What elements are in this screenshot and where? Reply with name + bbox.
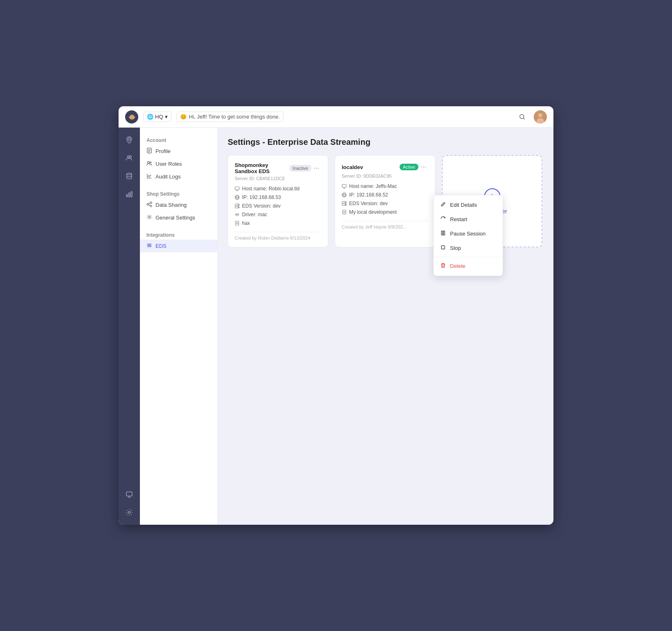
team-icon[interactable]	[122, 151, 137, 165]
trash-icon	[440, 263, 446, 270]
pause-icon	[440, 230, 446, 237]
context-menu-stop[interactable]: Stop	[434, 241, 503, 255]
context-menu-delete[interactable]: Delete	[434, 259, 503, 273]
card-detail-text-1-1: IP: 192.168.68.52	[349, 192, 388, 198]
svg-point-23	[150, 202, 152, 203]
svg-point-7	[130, 156, 132, 158]
chart-icon[interactable]	[122, 187, 137, 201]
svg-point-53	[345, 204, 346, 205]
svg-point-39	[238, 204, 239, 205]
svg-point-27	[149, 216, 150, 218]
context-menu-edit-details[interactable]: Edit Details	[434, 198, 503, 212]
page-title: Settings - Enterprise Data Streaming	[228, 137, 544, 147]
monitor-detail-icon-1	[342, 184, 347, 190]
svg-point-8	[127, 173, 132, 175]
svg-rect-59	[441, 246, 445, 249]
card-title-1: localdev	[342, 164, 397, 170]
server-card-1: localdev Active ··· Server ID: 9DDE02AC9…	[335, 155, 435, 247]
card-detail-text-0-4: hax	[242, 220, 250, 226]
account-section-title: Account	[140, 134, 217, 145]
general-settings-icon	[146, 214, 152, 221]
greeting-bar: 😊 Hi, Jeff! Time to get some things done…	[176, 112, 284, 122]
sidebar-label-general-settings: General Settings	[155, 215, 195, 221]
context-menu-restart-label: Restart	[450, 216, 467, 222]
svg-point-52	[345, 202, 346, 203]
icon-sidebar-bottom	[122, 487, 137, 520]
server-detail-icon-1	[342, 201, 347, 207]
svg-rect-10	[129, 193, 130, 197]
icon-sidebar	[119, 128, 140, 525]
chevron-down-icon: ▾	[165, 114, 168, 120]
driver-icon	[235, 212, 240, 218]
location-icon[interactable]	[122, 133, 137, 147]
shop-section-title: Shop Settings	[140, 188, 217, 199]
svg-point-21	[150, 162, 151, 163]
content-area: Settings - Enterprise Data Streaming Sho…	[218, 128, 553, 525]
card-footer-0: Created by Robin Diddams 8/13/2024	[235, 232, 321, 240]
sidebar-item-data-sharing[interactable]: Data Sharing	[140, 199, 217, 211]
context-menu-pause-session[interactable]: Pause Session	[434, 226, 503, 241]
database-icon[interactable]	[122, 169, 137, 183]
card-footer-1: Created by Jeff Hayrie 9/9/202...	[342, 221, 428, 229]
card-detail-text-1-3: My local development	[349, 209, 397, 215]
card-detail-0-1: IP: 192.168.68.53	[235, 194, 321, 201]
card-menu-btn-0[interactable]: ···	[311, 163, 321, 173]
card-detail-text-0-1: IP: 192.168.68.53	[242, 194, 281, 200]
card-detail-text-0-2: EDS Version: dev	[242, 203, 281, 209]
status-badge-0: Inactive	[289, 165, 311, 171]
sidebar-label-profile: Profile	[155, 148, 171, 154]
context-menu-restart[interactable]: Restart	[434, 212, 503, 226]
svg-point-3	[538, 113, 542, 117]
doc-icon-1	[342, 210, 347, 216]
card-detail-1-2: EDS Version: dev	[342, 201, 428, 207]
server-card-0: Shopmonkey Sandbox EDS Inactive ··· Serv…	[228, 155, 328, 247]
sidebar-label-data-sharing: Data Sharing	[155, 202, 187, 208]
eds-icon	[146, 242, 152, 249]
monitor-icon[interactable]	[122, 487, 137, 502]
card-detail-0-3: Driver: mac	[235, 212, 321, 218]
context-menu-delete-label: Delete	[450, 263, 466, 269]
context-menu: Edit Details Restart	[433, 195, 503, 276]
svg-point-15	[128, 512, 130, 514]
card-detail-text-1-0: Host name: Jeffs-Mac	[349, 183, 397, 189]
sidebar-label-user-roles: User Roles	[155, 161, 182, 167]
main-layout: Account Profile	[119, 128, 553, 525]
sidebar-item-audit-logs[interactable]: Audit Logs	[140, 170, 217, 183]
status-badge-1: Active	[400, 164, 418, 170]
app-window: 🐵 🌐 HQ ▾ 😊 Hi, Jeff! Time to get some th…	[119, 106, 553, 525]
profile-icon	[146, 148, 152, 155]
context-menu-divider	[434, 257, 503, 257]
search-button[interactable]	[516, 110, 529, 123]
sidebar-item-user-roles[interactable]: User Roles	[140, 158, 217, 170]
sidebar-label-eds: EDS	[155, 243, 167, 249]
svg-rect-44	[342, 185, 346, 187]
settings-gear-icon[interactable]	[122, 505, 137, 520]
svg-rect-54	[343, 210, 346, 214]
svg-rect-58	[443, 231, 445, 235]
card-server-id-0: Server ID: CB45E11DCE	[235, 176, 321, 181]
globe-detail-icon	[235, 195, 240, 201]
svg-point-20	[148, 162, 150, 164]
svg-rect-31	[235, 187, 239, 190]
svg-rect-12	[126, 492, 132, 496]
card-title-0: Shopmonkey Sandbox EDS	[235, 162, 287, 174]
sidebar-item-general-settings[interactable]: General Settings	[140, 211, 217, 224]
sidebar-item-eds[interactable]: EDS	[140, 240, 217, 252]
globe-detail-icon-1	[342, 192, 347, 199]
card-detail-1-1: IP: 192.168.68.52	[342, 192, 428, 199]
top-bar: 🐵 🌐 HQ ▾ 😊 Hi, Jeff! Time to get some th…	[119, 106, 553, 128]
user-avatar[interactable]	[534, 110, 547, 123]
globe-icon: 🌐	[147, 114, 153, 120]
svg-point-24	[150, 205, 152, 207]
edit-icon	[440, 201, 446, 208]
card-header-0: Shopmonkey Sandbox EDS Inactive ···	[235, 162, 321, 174]
card-menu-btn-1[interactable]: ···	[418, 162, 428, 172]
nav-sidebar: Account Profile	[140, 128, 218, 525]
svg-rect-9	[126, 194, 128, 197]
card-header-1: localdev Active ···	[342, 162, 428, 172]
hq-selector[interactable]: 🌐 HQ ▾	[143, 112, 171, 122]
svg-point-40	[238, 207, 239, 208]
context-menu-edit-label: Edit Details	[450, 202, 477, 208]
context-menu-pause-label: Pause Session	[450, 231, 486, 237]
sidebar-item-profile[interactable]: Profile	[140, 145, 217, 158]
